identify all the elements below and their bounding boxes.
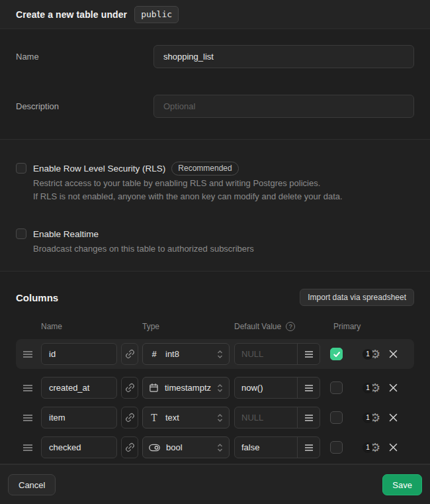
primary-key-checkbox[interactable] — [330, 381, 343, 394]
check-icon — [333, 350, 341, 358]
column-type-select[interactable]: # int8 — [142, 343, 230, 365]
primary-key-checkbox[interactable] — [330, 441, 343, 454]
default-value-input[interactable] — [235, 344, 297, 364]
primary-key-checkbox[interactable] — [330, 411, 343, 424]
column-name-input[interactable] — [41, 436, 117, 458]
column-type-value: text — [165, 413, 211, 423]
column-type-value: bool — [166, 442, 211, 452]
column-name-input[interactable] — [41, 343, 117, 365]
name-field-row: Name — [16, 45, 414, 68]
dialog-footer: Cancel Save — [0, 464, 430, 504]
delete-column-icon[interactable] — [389, 413, 398, 422]
chevron-up-down-icon — [217, 383, 223, 393]
header-default-value: Default Value — [234, 322, 281, 331]
name-label: Name — [16, 45, 153, 62]
settings-count-badge: 1 — [363, 442, 373, 453]
column-type-value: int8 — [165, 349, 211, 359]
realtime-toggle-row: Enable Realtime Broadcast changes on thi… — [16, 227, 414, 256]
default-value-field — [234, 377, 320, 399]
dialog-header: Create a new table under public — [0, 0, 430, 29]
toggle-icon — [149, 444, 160, 452]
realtime-description: Broadcast changes on this table to autho… — [33, 242, 254, 256]
column-row: T text 1 ⚙ — [16, 407, 414, 428]
options-section: Enable Row Level Security (RLS) Recommen… — [0, 140, 430, 271]
suggestions-menu-icon[interactable] — [297, 344, 320, 364]
cancel-button[interactable]: Cancel — [8, 474, 56, 495]
column-row: timestamptz 1 ⚙ — [16, 377, 414, 399]
rls-description: Restrict access to your table by enablin… — [33, 177, 343, 203]
column-row: bool 1 ⚙ — [16, 436, 414, 458]
column-type-select[interactable]: timestamptz — [142, 377, 230, 399]
default-value-input[interactable] — [235, 437, 297, 458]
columns-section: Columns Import data via spreadsheet Name… — [0, 272, 430, 464]
chevron-up-down-icon — [217, 413, 223, 423]
text-icon: T — [149, 413, 159, 423]
rls-label: Enable Row Level Security (RLS) — [33, 164, 165, 174]
foreign-key-link-icon[interactable] — [121, 407, 138, 428]
settings-count-badge: 1 — [363, 349, 373, 360]
description-field-row: Description — [16, 95, 414, 118]
schema-badge: public — [134, 6, 179, 23]
column-settings-button[interactable]: 1 ⚙ — [363, 412, 380, 424]
delete-column-icon[interactable] — [389, 350, 398, 358]
drag-handle-icon[interactable] — [22, 350, 33, 359]
foreign-key-link-icon[interactable] — [121, 343, 138, 365]
column-type-value: timestamptz — [165, 383, 211, 393]
header-primary: Primary — [333, 322, 361, 331]
suggestions-menu-icon[interactable] — [297, 378, 320, 398]
hash-icon: # — [149, 349, 159, 359]
help-icon[interactable]: ? — [286, 322, 295, 331]
header-name: Name — [41, 322, 142, 331]
rls-text-block: Enable Row Level Security (RLS) Recommen… — [33, 162, 343, 203]
realtime-label: Enable Realtime — [33, 229, 99, 239]
foreign-key-link-icon[interactable] — [121, 377, 138, 399]
default-value-field — [234, 343, 320, 365]
column-settings-button[interactable]: 1 ⚙ — [363, 442, 380, 454]
rls-toggle-row: Enable Row Level Security (RLS) Recommen… — [16, 162, 414, 203]
suggestions-menu-icon[interactable] — [297, 407, 320, 428]
save-button[interactable]: Save — [382, 474, 422, 495]
column-settings-button[interactable]: 1 ⚙ — [363, 348, 380, 360]
table-description-input[interactable] — [153, 95, 414, 118]
table-name-input[interactable] — [153, 45, 414, 68]
columns-grid-headers: Name Type Default Value ? Primary — [16, 322, 414, 331]
drag-handle-icon[interactable] — [22, 413, 33, 423]
realtime-checkbox[interactable] — [16, 228, 26, 239]
import-spreadsheet-button[interactable]: Import data via spreadsheet — [300, 289, 414, 306]
default-value-field — [234, 436, 320, 458]
column-type-select[interactable]: bool — [142, 436, 230, 458]
column-name-input[interactable] — [41, 377, 117, 399]
realtime-text-block: Enable Realtime Broadcast changes on thi… — [33, 227, 254, 256]
settings-count-badge: 1 — [363, 413, 373, 423]
chevron-up-down-icon — [217, 350, 223, 359]
recommended-badge: Recommended — [171, 162, 238, 176]
column-name-input[interactable] — [41, 407, 117, 428]
chevron-up-down-icon — [217, 443, 223, 452]
suggestions-menu-icon[interactable] — [297, 437, 320, 458]
header-type: Type — [142, 322, 234, 331]
delete-column-icon[interactable] — [389, 383, 398, 392]
column-settings-button[interactable]: 1 ⚙ — [363, 382, 380, 394]
columns-title: Columns — [16, 292, 58, 303]
calendar-icon — [149, 383, 159, 393]
default-value-field — [234, 407, 320, 428]
primary-key-checkbox[interactable] — [330, 348, 343, 360]
drag-handle-icon[interactable] — [22, 383, 33, 393]
column-rows-list: # int8 1 ⚙ — [16, 339, 414, 458]
description-label: Description — [16, 95, 153, 111]
foreign-key-link-icon[interactable] — [121, 436, 138, 458]
dialog-title: Create a new table under — [16, 9, 127, 20]
settings-count-badge: 1 — [363, 383, 373, 393]
delete-column-icon[interactable] — [389, 443, 398, 452]
column-type-select[interactable]: T text — [142, 407, 230, 428]
table-info-section: Name Description — [0, 29, 430, 139]
default-value-input[interactable] — [235, 378, 297, 398]
drag-handle-icon[interactable] — [22, 443, 33, 452]
default-value-input[interactable] — [235, 407, 297, 428]
rls-checkbox[interactable] — [16, 163, 26, 174]
column-row: # int8 1 ⚙ — [16, 339, 414, 369]
